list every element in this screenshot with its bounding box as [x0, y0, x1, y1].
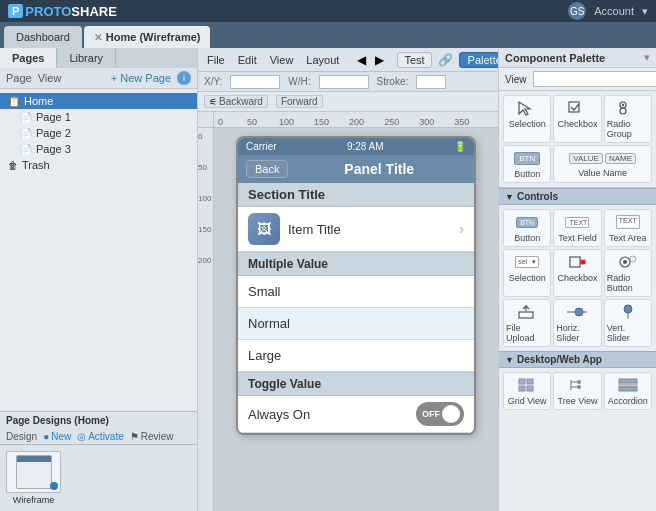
edit-btn[interactable]: Edit — [233, 53, 262, 67]
palette-tab-buttons: Palette Inspector Sidebar Ru — [459, 52, 498, 68]
main-layout: Pages Library Page View + New Page i 📋 H… — [0, 48, 656, 511]
panel-actions: Page View + New Page i — [0, 68, 197, 89]
ctrl-radio-button[interactable]: Radio Button — [604, 249, 652, 297]
ruler-vertical: 0 50 100 150 200 — [198, 128, 214, 511]
view-filter-label: View — [505, 74, 527, 85]
tree-item-trash[interactable]: 🗑 Trash — [0, 157, 197, 173]
design-action-review[interactable]: ⚑ Review — [130, 431, 174, 442]
item-row[interactable]: 🖼 Item Title › — [238, 207, 474, 252]
tree-item-home[interactable]: 📋 Home — [0, 93, 197, 109]
ctrl-vert-slider-icon — [614, 303, 642, 321]
value-name-label: Value Name — [578, 168, 627, 178]
ctrl-tree-view[interactable]: Tree View — [553, 372, 601, 410]
design-action-new[interactable]: ● New — [43, 431, 71, 442]
page1-icon: 📄 — [20, 112, 32, 123]
layout-btn[interactable]: Layout — [301, 53, 344, 67]
palette-item-radio-group[interactable]: Radio Group — [604, 95, 652, 143]
ctrl-checkbox[interactable]: Checkbox — [553, 249, 601, 297]
left-panel: Pages Library Page View + New Page i 📋 H… — [0, 48, 198, 511]
tab-library[interactable]: Library — [57, 48, 116, 68]
canvas-area: 0 50 100 150 200 250 300 350 0 50 100 15… — [198, 112, 498, 511]
controls-section: ▼ Controls BTN Button TEXT Text Field — [499, 188, 656, 511]
svg-point-26 — [577, 385, 581, 389]
back-btn[interactable]: Back — [246, 160, 288, 178]
ctrl-accordion[interactable]: Accordion — [604, 372, 652, 410]
ctrl-selection[interactable]: sel▾ Selection — [503, 249, 551, 297]
palette-item-value-name[interactable]: VALUE NAME Value Name — [553, 145, 652, 183]
ctrl-button[interactable]: BTN Button — [503, 209, 551, 247]
xy-input[interactable] — [230, 75, 280, 89]
ctrl-text-field[interactable]: TEXT Text Field — [553, 209, 601, 247]
canvas-content[interactable]: Carrier 9:28 AM 🔋 Back Panel Title Secti… — [214, 128, 498, 511]
ctrl-file-upload[interactable]: File Upload — [503, 299, 551, 347]
palette-item-button[interactable]: BTN Button — [503, 145, 551, 183]
account-menu[interactable]: Account — [594, 5, 634, 17]
toggle-off-text: OFF — [422, 409, 440, 419]
page2-icon: 📄 — [20, 128, 32, 139]
link-icon[interactable]: 🔗 — [435, 52, 456, 68]
svg-rect-5 — [570, 257, 580, 267]
svg-point-17 — [624, 305, 632, 313]
page-action[interactable]: Page — [6, 72, 32, 84]
ctrl-checkbox-label: Checkbox — [557, 273, 597, 283]
stroke-input[interactable] — [416, 75, 446, 89]
controls-header[interactable]: ▼ Controls — [499, 188, 656, 205]
item-title-text: Item Title — [288, 222, 341, 237]
test-btn[interactable]: Test — [397, 52, 431, 68]
trash-label: Trash — [22, 159, 50, 171]
palette-dropdown-icon[interactable]: ▾ — [644, 51, 650, 64]
item-arrow: › — [459, 221, 464, 237]
view-btn[interactable]: View — [265, 53, 299, 67]
ctrl-file-upload-label: File Upload — [506, 323, 548, 343]
nav-icon-small: ⚟ — [209, 97, 217, 107]
palette-item-selection[interactable]: Selection — [503, 95, 551, 143]
design-action-design[interactable]: Design — [6, 431, 37, 442]
tree-item-page1[interactable]: 📄 Page 1 — [0, 109, 197, 125]
value-row-large[interactable]: Large — [238, 340, 474, 372]
tab-dashboard[interactable]: Dashboard — [4, 26, 82, 48]
svg-rect-13 — [519, 312, 533, 318]
palette-toolbar: View ⚡ ↺ ⚙ — [499, 68, 656, 91]
ctrl-grid-view[interactable]: Grid View — [503, 372, 551, 410]
tab-home-label: Home (Wireframe) — [106, 31, 201, 43]
ctrl-horiz-slider[interactable]: Horiz. Slider — [553, 299, 601, 347]
account-chevron: ▾ — [642, 5, 648, 18]
design-action-activate[interactable]: ◎ Activate — [77, 431, 124, 442]
nav-fwd-btn[interactable]: ▶ — [372, 52, 387, 68]
nav-back-btn[interactable]: ◀ — [354, 52, 369, 68]
design-thumb-label: Wireframe — [13, 495, 55, 505]
ctrl-button-icon: BTN — [513, 213, 541, 231]
page-designs-grid: Wireframe — [0, 445, 197, 511]
ctrl-text-area[interactable]: TEXT Text Area — [604, 209, 652, 247]
forward-cluster: Forward — [276, 95, 323, 108]
forward-btn[interactable]: Forward — [281, 96, 318, 107]
info-icon[interactable]: i — [177, 71, 191, 85]
view-action[interactable]: View — [38, 72, 62, 84]
toggle-switch[interactable]: OFF — [416, 402, 464, 426]
tab-pages[interactable]: Pages — [0, 48, 57, 68]
desktop-label: Desktop/Web App — [517, 354, 602, 365]
value-row-small[interactable]: Small — [238, 276, 474, 308]
backward-btn[interactable]: Backward — [219, 96, 263, 107]
selection-label: Selection — [509, 119, 546, 129]
svg-point-24 — [577, 380, 581, 384]
tree-item-page2[interactable]: 📄 Page 2 — [0, 125, 197, 141]
design-thumb-wireframe[interactable]: Wireframe — [6, 451, 61, 505]
palette-tab-palette[interactable]: Palette — [459, 52, 498, 68]
view-search[interactable] — [533, 71, 657, 87]
desktop-web-header[interactable]: ▼ Desktop/Web App — [499, 351, 656, 368]
new-page-btn[interactable]: + New Page — [111, 72, 171, 84]
ctrl-horiz-slider-icon — [563, 303, 591, 321]
active-dot — [50, 482, 58, 490]
value-row-normal[interactable]: Normal — [238, 308, 474, 340]
tree-item-page3[interactable]: 📄 Page 3 — [0, 141, 197, 157]
palette-item-checkbox[interactable]: Checkbox — [553, 95, 601, 143]
ctrl-vert-slider[interactable]: Vert. Slider — [604, 299, 652, 347]
file-btn[interactable]: File — [202, 53, 230, 67]
tab-home-wireframe[interactable]: ✕ Home (Wireframe) — [84, 26, 211, 48]
toggle-row[interactable]: Always On OFF — [238, 396, 474, 433]
page3-icon: 📄 — [20, 144, 32, 155]
tab-close-icon[interactable]: ✕ — [94, 32, 102, 43]
wh-input[interactable] — [319, 75, 369, 89]
page1-label: Page 1 — [36, 111, 71, 123]
